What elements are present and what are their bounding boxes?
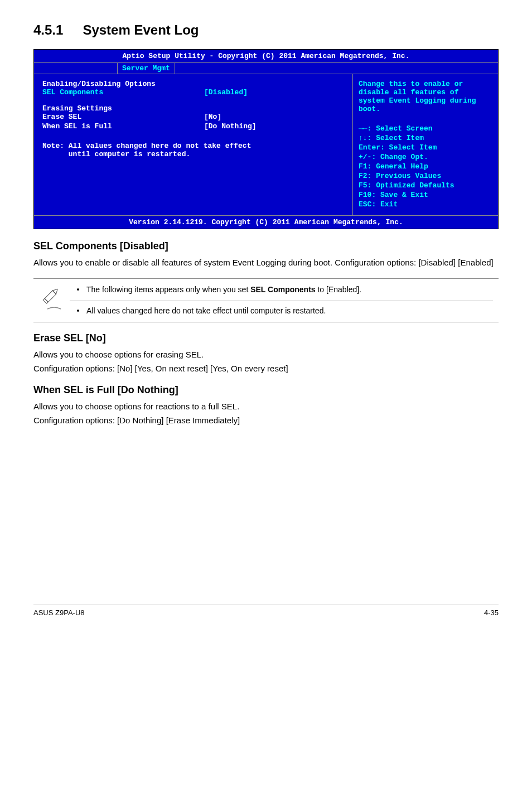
svg-marker-1 [52, 288, 59, 294]
bios-note-line1: Note: All values changed here do not tak… [42, 142, 344, 150]
bios-tab-row: Server Mgmt [34, 63, 498, 74]
help-line: boot. [359, 105, 492, 113]
bios-footer: Version 2.14.1219. Copyright (C) 2011 Am… [34, 215, 498, 229]
note-content: • The following items appears only when … [70, 284, 493, 316]
para-erase-sel-a: Allows you to choose options for erasing… [33, 349, 499, 360]
nav-general-help: F1: General Help [359, 162, 492, 171]
para-sel-components: Allows you to enable or disable all feat… [33, 257, 499, 268]
heading-erase-sel: Erase SEL [No] [33, 332, 499, 344]
sel-components-label: SEL Components [42, 88, 204, 96]
heading-when-full: When SEL is Full [Do Nothing] [33, 384, 499, 396]
nav-enter: Enter: Select Item [359, 143, 492, 152]
note-text-2: All values changed here do not take effe… [86, 306, 326, 316]
group-enabling-title: Enabling/Disabling Options [42, 80, 344, 88]
nav-change-opt: +/-: Change Opt. [359, 153, 492, 161]
erase-sel-label: Erase SEL [42, 113, 204, 121]
footer-page-number: 4-35 [484, 608, 499, 617]
heading-sel-components: SEL Components [Disabled] [33, 240, 499, 252]
note-text-1: The following items appears only when yo… [86, 284, 361, 295]
note-bullet-2: • All values changed here do not take ef… [70, 306, 493, 316]
when-full-label: When SEL is Full [42, 122, 204, 131]
erase-sel-row[interactable]: Erase SEL [No] [42, 113, 344, 121]
bios-body: Enabling/Disabling Options SEL Component… [34, 74, 498, 215]
help-line: disable all features of [359, 88, 492, 96]
nav-select-item: ↑↓: Select Item [359, 134, 492, 142]
when-full-value: [Do Nothing] [204, 122, 257, 131]
bullet-dot: • [70, 306, 86, 316]
bios-header: Aptio Setup Utility - Copyright (C) 2011… [34, 50, 498, 63]
when-full-row[interactable]: When SEL is Full [Do Nothing] [42, 122, 344, 131]
section-number: 4.5.1 [33, 22, 63, 38]
para-when-full-b: Configuration options: [Do Nothing] [Era… [33, 414, 499, 426]
nav-select-screen: →←: Select Screen [359, 124, 492, 133]
page-footer: ASUS Z9PA-U8 4-35 [33, 605, 499, 617]
para-erase-sel-b: Configuration options: [No] [Yes, On nex… [33, 363, 499, 374]
bios-nav-help: →←: Select Screen ↑↓: Select Item Enter:… [359, 124, 492, 209]
bios-tab-spacer [34, 63, 118, 74]
footer-product: ASUS Z9PA-U8 [33, 608, 85, 617]
note-divider [70, 301, 493, 301]
section-name: System Event Log [83, 22, 199, 37]
nav-save-exit: F10: Save & Exit [359, 191, 492, 199]
para-when-full-a: Allows you to choose options for reactio… [33, 400, 499, 412]
note-box: • The following items appears only when … [33, 278, 499, 322]
pencil-icon [39, 288, 70, 313]
section-title: 4.5.1System Event Log [33, 22, 499, 38]
bios-right-panel: Change this to enable or disable all fea… [353, 74, 498, 215]
note-bullet-1: • The following items appears only when … [70, 284, 493, 295]
bios-screen: Aptio Setup Utility - Copyright (C) 2011… [33, 49, 499, 229]
nav-previous-values: F2: Previous Values [359, 172, 492, 180]
erase-sel-value: [No] [204, 113, 221, 121]
sel-components-value: [Disabled] [204, 88, 248, 96]
svg-rect-2 [43, 298, 48, 303]
help-line: system Event Logging during [359, 96, 492, 105]
bios-note: Note: All values changed here do not tak… [42, 142, 344, 158]
help-line: Change this to enable or [359, 80, 492, 88]
bios-note-line2: until computer is restarted. [42, 150, 344, 158]
nav-optimized-defaults: F5: Optimized Defaults [359, 181, 492, 190]
group-erasing-title: Erasing Settings [42, 104, 344, 113]
bios-tab-server-mgmt[interactable]: Server Mgmt [118, 63, 175, 74]
nav-esc-exit: ESC: Exit [359, 200, 492, 209]
bios-left-panel: Enabling/Disabling Options SEL Component… [34, 74, 353, 215]
bullet-dot: • [70, 284, 86, 295]
sel-components-row[interactable]: SEL Components [Disabled] [42, 88, 344, 96]
